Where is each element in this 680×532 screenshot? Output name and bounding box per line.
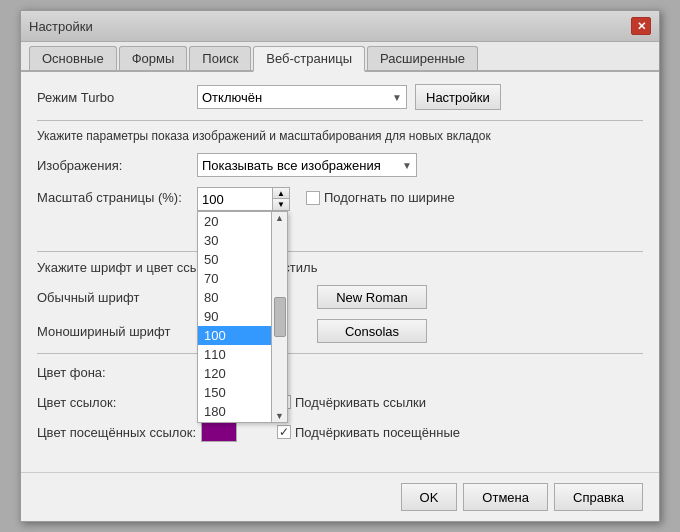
scale-input[interactable]: 100 [197, 187, 272, 211]
help-button[interactable]: Справка [554, 483, 643, 511]
images-value: Показывать все изображения [202, 158, 381, 173]
scale-dropdown-inner: 20 30 50 70 80 90 100 110 120 150 180 [198, 212, 271, 422]
normal-font-row: Обычный шрифт New Roman [37, 285, 643, 309]
underline-links-label[interactable]: ✓ Подчёркивать ссылки [277, 395, 426, 410]
tab-basic[interactable]: Основные [29, 46, 117, 70]
scale-option-120[interactable]: 120 [198, 364, 271, 383]
scale-option-30[interactable]: 30 [198, 231, 271, 250]
underline-visited-label[interactable]: ✓ Подчёркивать посещённые [277, 425, 460, 440]
title-bar: Настройки ✕ [21, 11, 659, 42]
separator-1 [37, 120, 643, 121]
content-area: Режим Turbo Отключён ▼ Настройки Укажите… [21, 72, 659, 464]
images-select[interactable]: Показывать все изображения ▼ [197, 153, 417, 177]
scale-option-100[interactable]: 100 [198, 326, 271, 345]
mono-font-button[interactable]: Consolas [317, 319, 427, 343]
scale-dropdown[interactable]: 20 30 50 70 80 90 100 110 120 150 180 [197, 211, 288, 423]
scale-container: 100 ▲ ▼ 20 30 50 70 [197, 187, 290, 211]
close-button[interactable]: ✕ [631, 17, 651, 35]
scale-scrollbar[interactable]: ▲ ▼ [271, 212, 287, 422]
scale-option-200[interactable]: 200 [198, 421, 271, 422]
turbo-select[interactable]: Отключён ▼ [197, 85, 407, 109]
turbo-row: Режим Turbo Отключён ▼ Настройки [37, 84, 643, 110]
link-color-label: Цвет ссылок: [37, 395, 197, 410]
turbo-arrow-icon: ▼ [392, 92, 402, 103]
scale-option-150[interactable]: 150 [198, 383, 271, 402]
turbo-value: Отключён [202, 90, 262, 105]
window-title: Настройки [29, 19, 93, 34]
normal-font-button[interactable]: New Roman [317, 285, 427, 309]
scale-option-90[interactable]: 90 [198, 307, 271, 326]
scale-option-50[interactable]: 50 [198, 250, 271, 269]
visited-color-row: Цвет посещённых ссылок: ✓ Подчёркивать п… [37, 422, 643, 442]
cancel-button[interactable]: Отмена [463, 483, 548, 511]
scale-up-button[interactable]: ▲ [273, 188, 289, 199]
mono-font-label: Моношириный шрифт [37, 324, 197, 339]
images-arrow-icon: ▼ [402, 160, 412, 171]
settings-window: Настройки ✕ Основные Формы Поиск Веб-стр… [20, 10, 660, 522]
tab-forms[interactable]: Формы [119, 46, 188, 70]
underline-visited-checkbox[interactable]: ✓ [277, 425, 291, 439]
normal-font-label: Обычный шрифт [37, 290, 197, 305]
fit-width-row: Подогнать по ширине [306, 190, 455, 205]
bg-color-row: Цвет фона: [37, 362, 643, 382]
tab-advanced[interactable]: Расширенные [367, 46, 478, 70]
section1-text: Укажите параметры показа изображений и м… [37, 129, 643, 143]
turbo-label: Режим Turbo [37, 90, 197, 105]
scroll-up-icon[interactable]: ▲ [275, 213, 284, 223]
turbo-settings-button[interactable]: Настройки [415, 84, 501, 110]
scale-option-180[interactable]: 180 [198, 402, 271, 421]
scale-option-80[interactable]: 80 [198, 288, 271, 307]
section2-text: Укажите шрифт и цвет ссылок [37, 260, 220, 275]
tab-bar: Основные Формы Поиск Веб-страницы Расшир… [21, 42, 659, 72]
scale-row: Масштаб страницы (%): 100 ▲ ▼ [37, 187, 643, 211]
ok-button[interactable]: OK [401, 483, 458, 511]
images-label: Изображения: [37, 158, 197, 173]
scale-arrows: ▲ ▼ [272, 187, 290, 211]
link-color-row: Цвет ссылок: ✓ Подчёркивать ссылки [37, 392, 643, 412]
bg-color-label: Цвет фона: [37, 365, 197, 380]
scale-label: Масштаб страницы (%): [37, 187, 197, 205]
fit-width-text: Подогнать по ширине [324, 190, 455, 205]
section2-row: Укажите шрифт и цвет ссылок указан стиль [37, 260, 643, 275]
separator-3 [37, 353, 643, 354]
fit-width-checkbox[interactable] [306, 191, 320, 205]
scale-option-70[interactable]: 70 [198, 269, 271, 288]
scale-down-button[interactable]: ▼ [273, 199, 289, 210]
fit-width-label[interactable]: Подогнать по ширине [306, 190, 455, 205]
separator-2 [37, 251, 643, 252]
scroll-down-icon[interactable]: ▼ [275, 411, 284, 421]
images-row: Изображения: Показывать все изображения … [37, 153, 643, 177]
tab-web[interactable]: Веб-страницы [253, 46, 365, 72]
visited-color-picker[interactable] [201, 422, 237, 442]
tab-search[interactable]: Поиск [189, 46, 251, 70]
scroll-thumb[interactable] [274, 297, 286, 337]
scale-option-20[interactable]: 20 [198, 212, 271, 231]
visited-color-label: Цвет посещённых ссылок: [37, 425, 197, 440]
underline-visited-text: Подчёркивать посещённые [295, 425, 460, 440]
bottom-bar: OK Отмена Справка [21, 472, 659, 521]
underline-links-text: Подчёркивать ссылки [295, 395, 426, 410]
scale-option-110[interactable]: 110 [198, 345, 271, 364]
mono-font-row: Моношириный шрифт Consolas [37, 319, 643, 343]
